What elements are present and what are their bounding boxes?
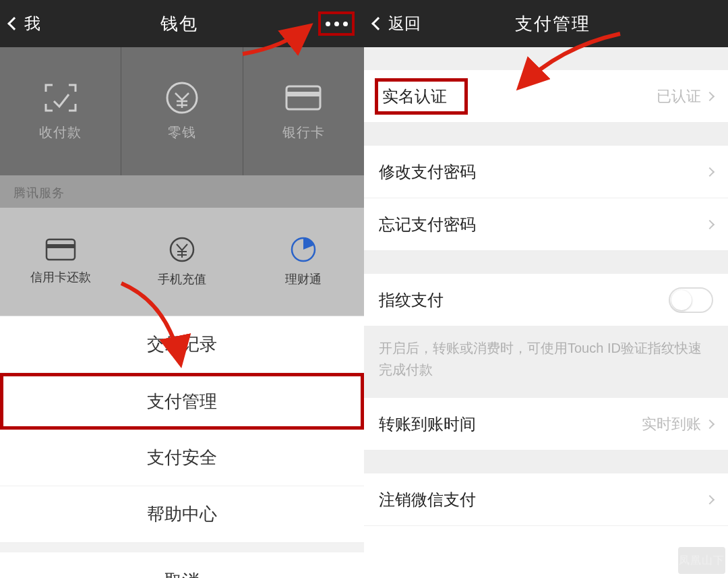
section-gap (364, 251, 728, 274)
chevron-right-icon (705, 219, 715, 229)
services-row: 信用卡还款 手机充值 理财通 (0, 208, 364, 316)
chevron-right-icon (705, 419, 715, 428)
tile-balance[interactable]: 零钱 (121, 47, 243, 175)
chevron-left-icon (371, 17, 385, 30)
tile-label: 零钱 (168, 123, 196, 142)
cell-change-pay-pwd[interactable]: 修改支付密码 (364, 146, 728, 198)
watermark: 凤凰山下 (678, 547, 725, 574)
svg-rect-4 (47, 244, 75, 248)
cell-fingerprint-pay[interactable]: 指纹支付 (364, 274, 728, 326)
payment-manage-header: 返回 支付管理 (364, 0, 728, 47)
screenshot-left-wallet: 我 钱包 收付款 (0, 0, 364, 578)
more-menu-button[interactable] (318, 11, 355, 36)
svg-rect-2 (286, 92, 320, 96)
cell-label: 修改支付密码 (379, 161, 476, 183)
service-label: 手机充值 (158, 271, 206, 287)
page-title: 支付管理 (387, 12, 719, 36)
tile-label: 收付款 (39, 123, 82, 142)
chevron-left-icon (7, 17, 21, 30)
cell-transfer-arrival[interactable]: 转账到账时间 实时到账 (364, 398, 728, 451)
yen-circle-icon (169, 236, 195, 263)
chevron-right-icon (705, 494, 715, 504)
chevron-right-icon (705, 167, 715, 176)
cell-value: 已认证 (657, 86, 713, 107)
svg-rect-3 (47, 239, 75, 260)
sheet-cancel[interactable]: 取消 (0, 552, 364, 578)
cell-label: 指纹支付 (379, 289, 444, 311)
cell-label: 实名认证 (375, 78, 468, 115)
action-sheet: 交易记录 支付管理 支付安全 帮助中心 取消 (0, 316, 364, 578)
service-phone-topup[interactable]: 手机充值 (121, 208, 243, 316)
credit-card-icon (45, 238, 76, 261)
cell-label: 注销微信支付 (379, 489, 476, 511)
cell-real-name-verify[interactable]: 实名认证 已认证 (364, 70, 728, 123)
service-label: 信用卡还款 (30, 269, 91, 285)
cell-forgot-pay-pwd[interactable]: 忘记支付密码 (364, 198, 728, 251)
tile-bank-card[interactable]: 银行卡 (243, 47, 364, 175)
service-label: 理财通 (285, 271, 322, 287)
section-gap (364, 47, 728, 70)
scan-icon (40, 82, 81, 114)
wallet-tile-row: 收付款 零钱 银行卡 (0, 47, 364, 175)
cell-label: 忘记支付密码 (379, 214, 476, 235)
services-header: 腾讯服务 (0, 175, 364, 208)
pie-icon (290, 236, 317, 263)
fingerprint-toggle[interactable] (669, 287, 713, 313)
back-label: 我 (24, 13, 40, 34)
sheet-item-payment-security[interactable]: 支付安全 (0, 430, 364, 486)
cell-value: 实时到账 (642, 414, 713, 434)
sheet-item-help-center[interactable]: 帮助中心 (0, 486, 364, 543)
tile-receive-pay[interactable]: 收付款 (0, 47, 121, 175)
section-gap (364, 451, 728, 473)
section-gap (364, 123, 728, 146)
cell-label: 转账到账时间 (379, 413, 476, 435)
page-title: 钱包 (40, 12, 318, 36)
service-credit-repay[interactable]: 信用卡还款 (0, 208, 121, 316)
fingerprint-hint: 开启后，转账或消费时，可使用Touch ID验证指纹快速完成付款 (364, 326, 728, 398)
svg-rect-1 (286, 86, 320, 109)
coin-icon (162, 82, 202, 114)
sheet-item-payment-manage[interactable]: 支付管理 (0, 373, 364, 430)
sheet-gap (0, 543, 364, 552)
service-licaitong[interactable]: 理财通 (243, 208, 364, 316)
cell-cancel-wechat-pay[interactable]: 注销微信支付 (364, 473, 728, 526)
sheet-item-transactions[interactable]: 交易记录 (0, 316, 364, 373)
svg-point-0 (167, 83, 197, 113)
back-button[interactable]: 我 (9, 13, 40, 34)
card-icon (283, 82, 324, 114)
wallet-header: 我 钱包 (0, 0, 364, 47)
chevron-right-icon (705, 91, 715, 100)
tile-label: 银行卡 (282, 123, 325, 142)
screenshot-right-payment-manage: 返回 支付管理 实名认证 已认证 修改支付密码 忘记支付密码 指纹支付 开启后，… (364, 0, 728, 578)
